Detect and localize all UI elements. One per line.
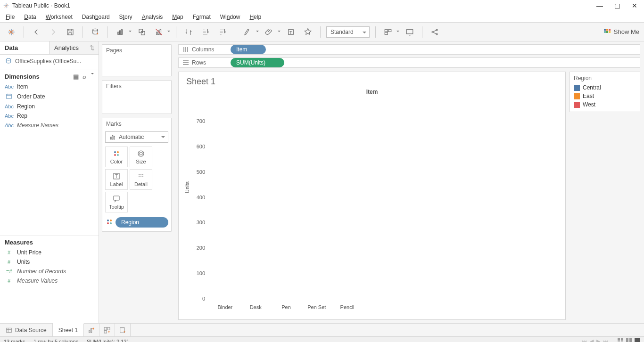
menu-data[interactable]: Data	[24, 14, 36, 20]
mark-type-selector[interactable]: Automatic	[105, 131, 168, 143]
view-list-icon[interactable]: ▤	[73, 73, 79, 80]
nav-last-icon[interactable]: ⏭	[603, 339, 608, 342]
dimension-field[interactable]: Order Date	[0, 91, 99, 102]
rows-pill-sum-units[interactable]: SUM(Units)	[231, 58, 284, 67]
dimension-field[interactable]: AbcRep	[0, 111, 99, 121]
search-icon[interactable]: ⌕	[83, 73, 86, 80]
mark-card-detail[interactable]: Detail	[130, 169, 152, 190]
mark-card-tooltip[interactable]: Tooltip	[105, 192, 128, 212]
new-sheet-button[interactable]	[114, 25, 132, 39]
datasource-row[interactable]: OfficeSupplies (OfficeSu...	[0, 55, 99, 70]
minimize-button[interactable]: —	[596, 2, 603, 9]
svg-point-46	[110, 220, 112, 221]
nav-prev-icon[interactable]: ◀	[590, 338, 594, 342]
view-grid-icon[interactable]	[618, 338, 623, 342]
menu-help[interactable]: Help	[249, 14, 261, 20]
chart-canvas[interactable]: Sheet 1 Item Units 010020030040050060070…	[178, 72, 566, 320]
menu-format[interactable]: Format	[193, 14, 211, 20]
color-dots-icon	[105, 219, 114, 227]
svg-rect-57	[621, 338, 623, 341]
svg-point-25	[6, 58, 10, 60]
close-button[interactable]: ✕	[632, 2, 637, 9]
view-split-icon[interactable]	[626, 338, 632, 342]
svg-rect-49	[7, 328, 12, 332]
legend-item[interactable]: West	[574, 100, 636, 109]
duplicate-button[interactable]	[135, 25, 149, 39]
swap-button[interactable]	[182, 25, 195, 39]
columns-shelf[interactable]: Columns Item	[178, 44, 640, 55]
menu-map[interactable]: Map	[172, 14, 183, 20]
menu-worksheet[interactable]: Worksheet	[46, 14, 73, 20]
marks-card: Marks Automatic ColorSizeTLabelDetailToo…	[102, 118, 172, 232]
clear-button[interactable]	[152, 25, 170, 39]
presentation-button[interactable]	[403, 25, 416, 39]
legend-item[interactable]: Central	[574, 83, 636, 92]
svg-point-41	[139, 176, 140, 177]
toolbar: T Standard Show Me	[0, 23, 644, 41]
legend-item[interactable]: East	[574, 92, 636, 100]
sheet-title[interactable]: Sheet 1	[186, 77, 561, 87]
menu-file[interactable]: File	[6, 14, 15, 20]
analytics-tab[interactable]: Analytics⇅	[50, 41, 99, 54]
share-button[interactable]	[428, 25, 441, 39]
measure-field[interactable]: #Measure Values	[0, 276, 99, 285]
data-tab[interactable]: Data	[0, 41, 49, 54]
measure-field[interactable]: =#Number of Records	[0, 267, 99, 276]
nav-next-icon[interactable]: ▶	[596, 338, 600, 342]
sheet1-tab[interactable]: Sheet 1	[53, 323, 84, 336]
back-button[interactable]	[30, 25, 43, 39]
view-single-icon[interactable]	[635, 338, 640, 342]
menu-story[interactable]: Story	[119, 14, 132, 20]
x-label: Pencil	[337, 304, 358, 310]
filters-shelf[interactable]: Filters	[102, 80, 172, 114]
menu-analysis[interactable]: Analysis	[142, 14, 163, 20]
svg-rect-2	[118, 32, 119, 34]
show-me-button[interactable]: Show Me	[603, 28, 639, 36]
tableau-logo-icon	[3, 2, 9, 9]
new-dashboard-tab[interactable]	[99, 324, 115, 336]
dimension-field[interactable]: AbcMeasure Names	[0, 121, 99, 130]
svg-rect-62	[635, 338, 640, 342]
svg-rect-52	[104, 327, 107, 330]
forward-button[interactable]	[47, 25, 60, 39]
mark-card-size[interactable]: Size	[130, 147, 152, 167]
new-worksheet-tab[interactable]	[84, 324, 99, 336]
measure-field[interactable]: #Unit Price	[0, 248, 99, 257]
columns-pill-item[interactable]: Item	[231, 45, 266, 54]
measure-field[interactable]: #Units	[0, 257, 99, 267]
highlight-button[interactable]	[241, 25, 259, 39]
tableau-icon[interactable]	[5, 25, 18, 39]
menu-dashboard[interactable]: Dashboard	[82, 14, 110, 20]
mark-card-label[interactable]: TLabel	[105, 169, 128, 190]
save-button[interactable]	[64, 25, 77, 39]
new-datasource-button[interactable]	[89, 25, 102, 39]
marks-color-pill[interactable]: Region	[116, 217, 168, 228]
show-cards-button[interactable]	[381, 25, 399, 39]
svg-text:T: T	[289, 30, 292, 34]
legend-card[interactable]: Region CentralEastWest	[570, 72, 640, 112]
dimension-field[interactable]: AbcItem	[0, 82, 99, 91]
pages-shelf[interactable]: Pages	[102, 44, 172, 76]
nav-first-icon[interactable]: ⏮	[582, 339, 587, 342]
x-label: Pen Set	[306, 304, 328, 310]
menu-window[interactable]: Window	[220, 14, 240, 20]
svg-point-42	[140, 176, 141, 177]
y-tick: 0	[202, 296, 205, 301]
new-story-tab[interactable]	[115, 324, 131, 336]
svg-rect-50	[89, 330, 90, 333]
y-tick: 300	[197, 220, 205, 225]
svg-point-43	[142, 176, 143, 177]
maximize-button[interactable]: ▢	[614, 2, 620, 9]
pin-button[interactable]	[301, 25, 314, 39]
mark-card-color[interactable]: Color	[105, 147, 128, 167]
svg-rect-61	[629, 338, 632, 342]
fit-selector[interactable]: Standard	[326, 26, 370, 38]
svg-rect-26	[7, 94, 12, 98]
data-source-tab[interactable]: Data Source	[0, 324, 53, 336]
dimension-field[interactable]: AbcRegion	[0, 102, 99, 111]
rows-shelf[interactable]: Rows SUM(Units)	[178, 57, 640, 68]
label-button[interactable]: T	[284, 25, 297, 39]
sort-desc-button[interactable]	[216, 25, 229, 39]
attach-button[interactable]	[263, 25, 281, 39]
sort-asc-button[interactable]	[199, 25, 212, 39]
